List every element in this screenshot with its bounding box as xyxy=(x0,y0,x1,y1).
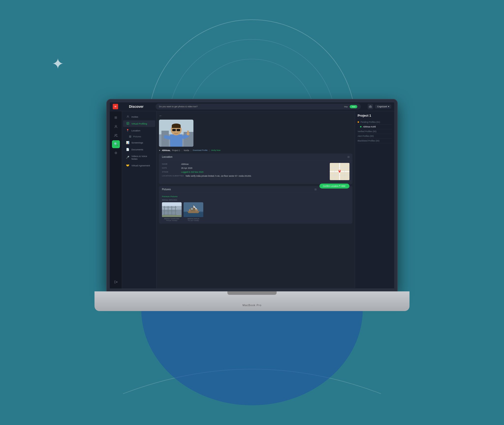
notification-bar: Do you want to get photos & video too? S… xyxy=(156,104,361,110)
nav-label-documents: Documents xyxy=(131,148,143,151)
date-label: DATE xyxy=(162,167,179,169)
sidebar-icon-settings[interactable]: ⚙ xyxy=(112,149,120,157)
location-row: NAME Abhinav DATE 28 Apr 2020 STAGE xyxy=(162,163,349,180)
picture-img-boat xyxy=(184,202,203,217)
top-bar: H Discover Do you want to get photos & v… xyxy=(110,102,394,111)
page-title: Discover xyxy=(129,105,149,109)
name-value: Abhinav xyxy=(181,163,189,165)
dropdown-icon: ▾ xyxy=(388,105,389,108)
app-container: H Discover Do you want to get photos & v… xyxy=(110,102,394,288)
nav-label-invites: Invites xyxy=(131,115,138,118)
right-panel: Project 1 Pending Profiles (01) Abhinav … xyxy=(355,111,394,288)
laptop-base: MacBook Pro xyxy=(94,291,410,311)
pictures-card-toggle[interactable]: ⊟ xyxy=(315,188,316,191)
svg-point-8 xyxy=(116,134,117,135)
nav-item-invites[interactable]: Invites xyxy=(123,113,155,120)
picture-thumb-2[interactable]: Abhinav boat pic ₹11 per Tuesday xyxy=(184,202,203,221)
alert-profiles-label: Alert Profiles (00) xyxy=(358,135,374,137)
pictures-card-title: Pictures xyxy=(162,188,171,191)
laptop-notch xyxy=(227,291,277,295)
nav-item-videos[interactable]: 🎤 Videos & Voice Notes xyxy=(123,153,155,162)
pipe3: | xyxy=(209,149,209,152)
location-card-toggle[interactable]: ⊟ xyxy=(347,156,349,158)
nav-item-documents[interactable]: 📄 Documents xyxy=(123,146,155,153)
nav-label-location: Location xyxy=(131,129,140,132)
skip-button[interactable]: Skip xyxy=(344,106,348,108)
picture-price-2: ₹11 per Tuesday xyxy=(184,220,203,221)
sidebar-icon-search[interactable]: 🔍 xyxy=(112,140,120,148)
nav-label-pictures: Pictures xyxy=(133,135,141,138)
premium-label: Premium Pictures xyxy=(162,195,349,198)
yes-button[interactable]: Yes! xyxy=(350,105,357,108)
picture-caption-1: Abhinav Construction xyxy=(162,218,182,220)
pending-profiles-label: Pending Profiles (01) xyxy=(361,121,380,123)
blacklisted-profiles-item[interactable]: Blacklisted Profiles (00) xyxy=(358,139,392,143)
detail-stage-row: STAGE Logged in 3rd Nov 2020 xyxy=(162,171,327,173)
agreement-icon: 🤝 xyxy=(126,164,129,167)
documents-icon: 📄 xyxy=(126,148,129,151)
nav-item-virtual-profiling[interactable]: Virtual Profiling xyxy=(123,120,155,127)
picture-grid: Abhinav Construction ₹49 per Tuesday xyxy=(162,202,349,221)
nav-item-screenings[interactable]: 📊 Screenings xyxy=(123,139,155,146)
location-card-title: Loccation xyxy=(162,156,173,158)
sidebar-icon-user[interactable] xyxy=(112,123,120,130)
svg-point-10 xyxy=(127,115,128,117)
svg-rect-55 xyxy=(191,208,193,210)
nav-menu: Invites Virtual Profiling 📍 Location 🖼 xyxy=(122,111,157,288)
location-card-header: Loccation ⊟ xyxy=(159,154,352,160)
picture-caption-2: Abhinav boat pic xyxy=(184,218,203,220)
pipe2: | xyxy=(191,149,191,152)
stage-value: Logged in 3rd Nov 2020 xyxy=(181,171,204,173)
pending-dot xyxy=(358,121,359,123)
picture-thumb-1[interactable]: Abhinav Construction ₹49 per Tuesday xyxy=(162,202,182,221)
logo-icon: H xyxy=(113,104,118,109)
laptop-label: MacBook Pro xyxy=(242,304,261,307)
svg-rect-23 xyxy=(187,130,189,134)
sidebar-icon-logout[interactable] xyxy=(112,278,120,286)
main-content: ← xyxy=(157,111,355,288)
abhinav-kohli-item[interactable]: Abhinav Kohli xyxy=(358,125,392,129)
picture-price-1: ₹49 per Tuesday xyxy=(162,220,182,221)
nav-item-virtual-agreement[interactable]: 🤝 Virtual Agreement xyxy=(123,162,155,169)
top-bar-right: Cognizant ▾ xyxy=(368,104,391,109)
profile-city: Noida xyxy=(184,149,189,152)
svg-point-7 xyxy=(115,134,116,135)
location-value: hello verify india private limited. h-44… xyxy=(186,175,251,177)
svg-point-5 xyxy=(370,107,371,108)
pictures-date: Abhinav 28/01/2021 xyxy=(162,199,349,201)
pending-profiles-item[interactable]: Pending Profiles (01) xyxy=(358,120,392,125)
nav-item-location[interactable]: 📍 Location xyxy=(123,127,155,134)
notification-text: Do you want to get photos & video too? xyxy=(159,105,344,108)
project-title: Project 1 xyxy=(358,114,392,117)
detail-location-row: LOCATION SUBMITTED hello verify india pr… xyxy=(162,175,327,177)
svg-rect-48 xyxy=(162,202,182,206)
invites-icon xyxy=(126,115,129,118)
sidebar-icon-users[interactable] xyxy=(112,131,120,139)
back-button[interactable]: ← xyxy=(159,114,162,118)
org-name: Cognizant xyxy=(377,105,387,108)
virtual-profiling-icon xyxy=(126,122,129,125)
download-profile-link[interactable]: Download Profile xyxy=(193,149,207,151)
svg-rect-27 xyxy=(172,129,176,131)
profile-name-row: ● Abhinav, Project 1 | Noida | Download … xyxy=(159,149,352,152)
svg-point-38 xyxy=(339,170,340,171)
verified-profiles-item[interactable]: Verified Profiles (00) xyxy=(358,129,392,134)
confirm-location-button[interactable]: Confirm Location ₹ 999/- xyxy=(319,184,349,189)
location-details: NAME Abhinav DATE 28 Apr 2020 STAGE xyxy=(162,163,327,180)
laptop-screen: H Discover Do you want to get photos & v… xyxy=(107,99,397,291)
icon-sidebar: ⊞ 🔍 ⚙ xyxy=(110,111,122,288)
nav-label-screenings: Screenings xyxy=(131,141,143,144)
org-badge[interactable]: Cognizant ▾ xyxy=(375,105,391,109)
location-card: Loccation ⊟ NAME Abhinav xyxy=(159,154,352,184)
nav-sub-pictures[interactable]: 🖼 Pictures xyxy=(122,134,156,139)
camera-icon xyxy=(368,104,373,109)
abhinav-dot xyxy=(360,126,362,127)
blacklisted-profiles-label: Blacklisted Profiles (00) xyxy=(358,140,379,142)
map-thumbnail xyxy=(330,163,349,180)
nav-label-virtual-profiling: Virtual Profiling xyxy=(131,122,147,125)
alert-profiles-item[interactable]: Alert Profiles (00) xyxy=(358,134,392,139)
verify-now-link[interactable]: Verify Now xyxy=(211,149,220,151)
detail-date-row: DATE 28 Apr 2020 xyxy=(162,167,327,169)
sidebar-icon-grid[interactable]: ⊞ xyxy=(112,114,120,122)
svg-rect-11 xyxy=(127,122,129,125)
